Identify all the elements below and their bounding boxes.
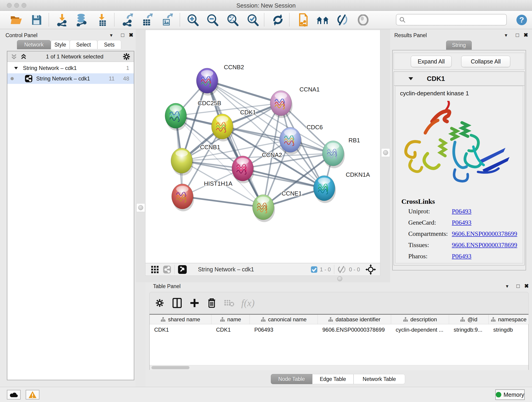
table-cell[interactable]: CDK1 (150, 324, 211, 335)
document-share-icon[interactable] (296, 13, 309, 26)
warning-button[interactable] (26, 390, 39, 400)
collapse-all-icon[interactable] (11, 53, 17, 60)
hide-eye-icon[interactable] (336, 13, 350, 26)
network-collection-row[interactable]: String Network – cdk1 1 (7, 63, 134, 73)
column-header-namespace[interactable]: namespace (489, 315, 529, 324)
control-panel-float-icon[interactable]: □ (121, 32, 124, 38)
right-splitter-handle[interactable] (381, 148, 390, 157)
table-cell[interactable]: 9606.ENSP00000378699 (318, 324, 391, 335)
column-header-label: database identifier (336, 316, 380, 323)
zoom-fit-icon[interactable] (226, 13, 239, 26)
gene-card-header[interactable]: CDK1 (394, 72, 525, 86)
horizontal-scrollbar[interactable] (150, 365, 528, 370)
crosslink-label: Uniprot: (408, 208, 452, 215)
left-splitter[interactable] (136, 29, 145, 282)
results-panel-close-icon[interactable]: ✖ (524, 32, 528, 38)
tab-string[interactable]: String (446, 41, 472, 50)
show-columns-icon[interactable] (172, 298, 182, 308)
refresh-icon[interactable] (271, 13, 285, 26)
tab-edge-table[interactable]: Edge Table (312, 374, 354, 384)
svg-text:?: ? (519, 15, 524, 24)
crosslink-link[interactable]: P06493 (452, 253, 472, 260)
search-field[interactable] (396, 14, 507, 26)
tab-select[interactable]: Select (70, 40, 97, 49)
crosslink-link[interactable]: P06493 (452, 208, 472, 215)
network-share-icon (25, 75, 32, 83)
delete-column-icon[interactable] (207, 298, 216, 308)
column-header-description[interactable]: description (391, 315, 449, 324)
import-database-icon[interactable] (75, 13, 88, 26)
import-network-icon[interactable] (56, 13, 69, 26)
table-toolbar: f(x) (149, 292, 529, 314)
card-collapse-icon[interactable] (408, 77, 413, 81)
save-icon[interactable] (30, 13, 43, 26)
bottom-splitter-handle[interactable] (336, 275, 344, 283)
expand-all-button[interactable]: Expand All (411, 56, 452, 67)
tab-node-table[interactable]: Node Table (271, 374, 312, 384)
table-panel-float-icon[interactable]: □ (516, 283, 520, 289)
network-canvas[interactable]: CCNB2CCNA1CDC25BCDK1CDC6RB1CCNB1CCNA2CDK… (145, 30, 380, 263)
node-table[interactable]: shared namenamecanonical namedatabase id… (149, 314, 529, 370)
node-label-CCNE1: CCNE1 (282, 190, 302, 197)
search-input[interactable] (405, 16, 498, 23)
tab-sets[interactable]: Sets (97, 40, 121, 49)
birdseye-icon[interactable] (178, 265, 187, 274)
table-panel-collapse-icon[interactable]: ▾ (506, 283, 508, 289)
open-folder-icon[interactable] (10, 13, 23, 26)
memory-status-dot (496, 392, 501, 397)
zoom-selected-icon[interactable] (246, 13, 259, 26)
zoom-out-icon[interactable] (206, 13, 219, 26)
help-icon[interactable]: ? (515, 13, 528, 26)
tab-network[interactable]: Network (17, 40, 51, 49)
column-header-database-identifier[interactable]: database identifier (318, 315, 391, 324)
table-gear-icon[interactable] (155, 298, 164, 307)
results-panel-collapse-icon[interactable]: ▾ (505, 32, 507, 38)
crosslink-link[interactable]: P06493 (452, 219, 472, 226)
homes-icon[interactable] (316, 13, 329, 26)
network-edge[interactable] (182, 196, 263, 207)
collapse-all-button[interactable]: Collapse All (461, 56, 510, 67)
zoom-in-icon[interactable] (186, 13, 199, 26)
column-header-canonical-name[interactable]: canonical name (250, 315, 318, 324)
export-network-icon[interactable] (121, 13, 134, 26)
column-header-name[interactable]: name (211, 315, 250, 324)
table-cell[interactable]: stringdb:9... (449, 324, 489, 335)
memory-button[interactable]: Memory (495, 389, 525, 400)
crosslink-link[interactable]: 9606.ENSP00000378699 (452, 230, 517, 237)
control-panel-collapse-icon[interactable]: ▾ (110, 32, 113, 38)
network-list-toolbar: 1 of 1 Network selected (7, 51, 134, 62)
scrollbar-thumb[interactable] (152, 366, 190, 369)
export-table-icon[interactable] (141, 13, 154, 26)
table-cell[interactable]: cyclin-dependent ... (391, 324, 449, 335)
table-panel-close-icon[interactable]: ✖ (524, 283, 529, 289)
expand-all-icon[interactable] (20, 53, 27, 60)
selected-checkbox-icon[interactable] (311, 266, 317, 273)
right-splitter[interactable] (380, 29, 390, 282)
crosshair-icon[interactable] (365, 264, 376, 275)
gene-description: cyclin-dependent kinase 1 (400, 90, 469, 97)
column-header-shared-name[interactable]: shared name (150, 315, 211, 324)
import-table-icon[interactable] (95, 13, 109, 26)
results-panel-float-icon[interactable]: □ (516, 32, 519, 38)
table-cell[interactable]: P06493 (250, 324, 318, 335)
left-splitter-handle[interactable] (136, 203, 145, 212)
node-label-CDK1: CDK1 (240, 109, 256, 116)
gear-icon[interactable] (122, 52, 131, 61)
tab-network-table[interactable]: Network Table (354, 374, 405, 384)
share-view-icon[interactable] (163, 265, 171, 274)
column-header-@id[interactable]: @id (449, 315, 489, 324)
table-cell[interactable]: CDK1 (211, 324, 250, 335)
crosslink-row: GeneCard:P06493 (408, 219, 518, 226)
table-cell[interactable]: stringdb (489, 324, 529, 335)
add-column-icon[interactable] (190, 298, 199, 307)
control-panel-close-icon[interactable]: ✖ (129, 32, 133, 38)
tree-expand-icon[interactable] (14, 66, 18, 70)
tab-style[interactable]: Style (51, 40, 70, 49)
crosslink-link[interactable]: 9606.ENSP00000378699 (452, 241, 517, 249)
cloud-button[interactable] (7, 390, 21, 400)
show-eye-icon[interactable] (356, 13, 370, 26)
grid-view-icon[interactable] (151, 266, 159, 274)
network-graph[interactable]: CCNB2CCNA1CDC25BCDK1CDC6RB1CCNB1CCNA2CDK… (146, 30, 380, 263)
network-row[interactable]: String Network – cdk1 11 48 (7, 73, 134, 84)
export-image-icon[interactable] (160, 13, 174, 26)
